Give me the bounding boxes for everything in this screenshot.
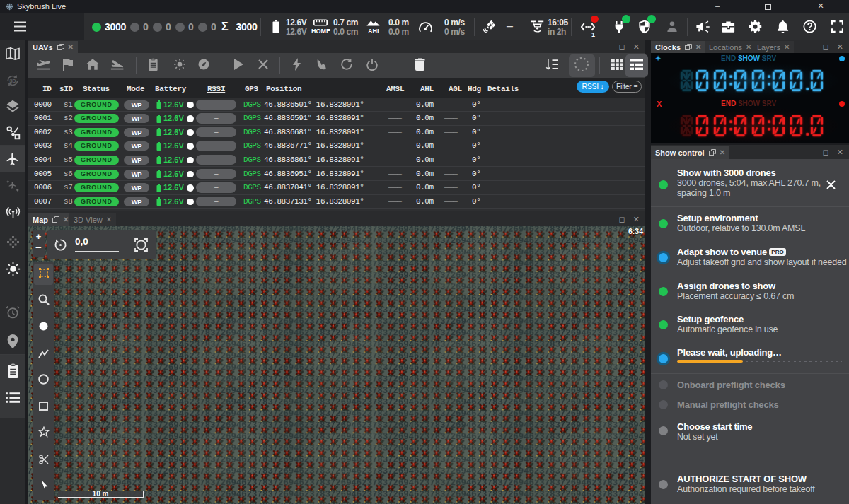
svg-text:3D: 3D bbox=[9, 78, 16, 84]
